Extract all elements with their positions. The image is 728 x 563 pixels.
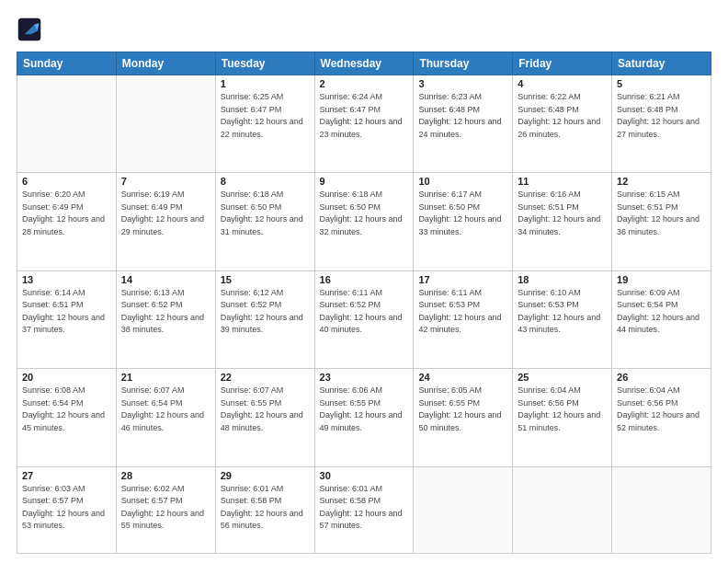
calendar-cell <box>17 75 117 173</box>
day-number: 10 <box>418 176 507 187</box>
calendar-cell: 24Sunrise: 6:05 AM Sunset: 6:55 PM Dayli… <box>414 369 513 466</box>
calendar-cell: 25Sunrise: 6:04 AM Sunset: 6:56 PM Dayli… <box>513 369 612 466</box>
calendar-cell: 3Sunrise: 6:23 AM Sunset: 6:48 PM Daylig… <box>414 75 513 173</box>
day-info: Sunrise: 6:04 AM Sunset: 6:56 PM Dayligh… <box>518 385 607 434</box>
week-row-5: 27Sunrise: 6:03 AM Sunset: 6:57 PM Dayli… <box>17 466 711 553</box>
calendar-cell: 9Sunrise: 6:18 AM Sunset: 6:50 PM Daylig… <box>314 173 414 270</box>
day-number: 17 <box>418 274 507 285</box>
day-info: Sunrise: 6:11 AM Sunset: 6:52 PM Dayligh… <box>320 287 409 337</box>
calendar-cell: 19Sunrise: 6:09 AM Sunset: 6:54 PM Dayli… <box>612 270 711 368</box>
day-number: 2 <box>320 78 409 89</box>
day-info: Sunrise: 6:12 AM Sunset: 6:52 PM Dayligh… <box>221 287 310 337</box>
day-number: 29 <box>221 470 310 481</box>
calendar-cell: 12Sunrise: 6:15 AM Sunset: 6:51 PM Dayli… <box>612 173 711 270</box>
calendar-cell: 4Sunrise: 6:22 AM Sunset: 6:48 PM Daylig… <box>513 75 612 173</box>
day-info: Sunrise: 6:14 AM Sunset: 6:51 PM Dayligh… <box>22 287 111 337</box>
day-number: 24 <box>418 372 507 383</box>
calendar-cell: 20Sunrise: 6:08 AM Sunset: 6:54 PM Dayli… <box>17 369 117 466</box>
day-number: 20 <box>22 372 111 383</box>
day-number: 12 <box>617 176 706 187</box>
day-number: 19 <box>617 274 706 285</box>
day-info: Sunrise: 6:01 AM Sunset: 6:58 PM Dayligh… <box>320 483 409 533</box>
calendar-cell: 23Sunrise: 6:06 AM Sunset: 6:55 PM Dayli… <box>314 369 414 466</box>
calendar-cell: 14Sunrise: 6:13 AM Sunset: 6:52 PM Dayli… <box>116 270 215 368</box>
weekday-header-thursday: Thursday <box>414 52 513 75</box>
calendar-cell: 29Sunrise: 6:01 AM Sunset: 6:58 PM Dayli… <box>215 466 314 553</box>
day-number: 27 <box>22 470 111 481</box>
day-info: Sunrise: 6:21 AM Sunset: 6:48 PM Dayligh… <box>617 91 706 141</box>
day-info: Sunrise: 6:03 AM Sunset: 6:57 PM Dayligh… <box>22 483 111 533</box>
calendar-cell: 30Sunrise: 6:01 AM Sunset: 6:58 PM Dayli… <box>314 466 414 553</box>
day-number: 13 <box>22 274 111 285</box>
calendar-cell: 28Sunrise: 6:02 AM Sunset: 6:57 PM Dayli… <box>116 466 215 553</box>
calendar-cell: 27Sunrise: 6:03 AM Sunset: 6:57 PM Dayli… <box>17 466 117 553</box>
week-row-2: 6Sunrise: 6:20 AM Sunset: 6:49 PM Daylig… <box>17 173 711 270</box>
day-number: 6 <box>22 176 111 187</box>
logo-icon <box>17 17 42 42</box>
day-number: 22 <box>221 372 310 383</box>
calendar-cell <box>116 75 215 173</box>
day-info: Sunrise: 6:08 AM Sunset: 6:54 PM Dayligh… <box>22 385 111 434</box>
calendar-cell: 11Sunrise: 6:16 AM Sunset: 6:51 PM Dayli… <box>513 173 612 270</box>
calendar-cell: 8Sunrise: 6:18 AM Sunset: 6:50 PM Daylig… <box>215 173 314 270</box>
day-info: Sunrise: 6:16 AM Sunset: 6:51 PM Dayligh… <box>518 189 607 238</box>
weekday-header-row: SundayMondayTuesdayWednesdayThursdayFrid… <box>17 52 711 75</box>
calendar-cell: 18Sunrise: 6:10 AM Sunset: 6:53 PM Dayli… <box>513 270 612 368</box>
logo <box>17 17 46 42</box>
day-info: Sunrise: 6:25 AM Sunset: 6:47 PM Dayligh… <box>221 91 310 141</box>
day-info: Sunrise: 6:07 AM Sunset: 6:55 PM Dayligh… <box>221 385 310 434</box>
weekday-header-saturday: Saturday <box>612 52 711 75</box>
day-info: Sunrise: 6:07 AM Sunset: 6:54 PM Dayligh… <box>121 385 210 434</box>
weekday-header-friday: Friday <box>513 52 612 75</box>
calendar-cell: 5Sunrise: 6:21 AM Sunset: 6:48 PM Daylig… <box>612 75 711 173</box>
calendar-cell: 22Sunrise: 6:07 AM Sunset: 6:55 PM Dayli… <box>215 369 314 466</box>
day-number: 18 <box>518 274 607 285</box>
day-number: 15 <box>221 274 310 285</box>
day-info: Sunrise: 6:24 AM Sunset: 6:47 PM Dayligh… <box>320 91 409 141</box>
day-info: Sunrise: 6:19 AM Sunset: 6:49 PM Dayligh… <box>121 189 210 238</box>
day-info: Sunrise: 6:18 AM Sunset: 6:50 PM Dayligh… <box>320 189 409 238</box>
calendar-cell: 17Sunrise: 6:11 AM Sunset: 6:53 PM Dayli… <box>414 270 513 368</box>
day-number: 11 <box>518 176 607 187</box>
day-info: Sunrise: 6:23 AM Sunset: 6:48 PM Dayligh… <box>418 91 507 141</box>
day-number: 21 <box>121 372 210 383</box>
calendar-cell: 1Sunrise: 6:25 AM Sunset: 6:47 PM Daylig… <box>215 75 314 173</box>
calendar-cell: 6Sunrise: 6:20 AM Sunset: 6:49 PM Daylig… <box>17 173 117 270</box>
day-info: Sunrise: 6:11 AM Sunset: 6:53 PM Dayligh… <box>418 287 507 337</box>
day-number: 26 <box>617 372 706 383</box>
weekday-header-tuesday: Tuesday <box>215 52 314 75</box>
day-number: 25 <box>518 372 607 383</box>
day-info: Sunrise: 6:10 AM Sunset: 6:53 PM Dayligh… <box>518 287 607 337</box>
week-row-3: 13Sunrise: 6:14 AM Sunset: 6:51 PM Dayli… <box>17 270 711 368</box>
calendar-cell: 10Sunrise: 6:17 AM Sunset: 6:50 PM Dayli… <box>414 173 513 270</box>
day-info: Sunrise: 6:13 AM Sunset: 6:52 PM Dayligh… <box>121 287 210 337</box>
calendar-cell <box>513 466 612 553</box>
day-info: Sunrise: 6:17 AM Sunset: 6:50 PM Dayligh… <box>418 189 507 238</box>
day-number: 9 <box>320 176 409 187</box>
day-number: 3 <box>418 78 507 89</box>
day-number: 28 <box>121 470 210 481</box>
calendar-cell: 15Sunrise: 6:12 AM Sunset: 6:52 PM Dayli… <box>215 270 314 368</box>
day-number: 8 <box>221 176 310 187</box>
calendar-cell <box>414 466 513 553</box>
day-info: Sunrise: 6:22 AM Sunset: 6:48 PM Dayligh… <box>518 91 607 141</box>
day-number: 5 <box>617 78 706 89</box>
week-row-4: 20Sunrise: 6:08 AM Sunset: 6:54 PM Dayli… <box>17 369 711 466</box>
day-number: 16 <box>320 274 409 285</box>
day-info: Sunrise: 6:09 AM Sunset: 6:54 PM Dayligh… <box>617 287 706 337</box>
header <box>17 17 711 42</box>
calendar-cell <box>612 466 711 553</box>
day-number: 14 <box>121 274 210 285</box>
calendar-cell: 7Sunrise: 6:19 AM Sunset: 6:49 PM Daylig… <box>116 173 215 270</box>
day-info: Sunrise: 6:15 AM Sunset: 6:51 PM Dayligh… <box>617 189 706 238</box>
day-info: Sunrise: 6:01 AM Sunset: 6:58 PM Dayligh… <box>221 483 310 533</box>
calendar-table: SundayMondayTuesdayWednesdayThursdayFrid… <box>17 52 711 554</box>
day-info: Sunrise: 6:06 AM Sunset: 6:55 PM Dayligh… <box>320 385 409 434</box>
day-number: 1 <box>221 78 310 89</box>
day-info: Sunrise: 6:18 AM Sunset: 6:50 PM Dayligh… <box>221 189 310 238</box>
calendar-cell: 13Sunrise: 6:14 AM Sunset: 6:51 PM Dayli… <box>17 270 117 368</box>
calendar-cell: 16Sunrise: 6:11 AM Sunset: 6:52 PM Dayli… <box>314 270 414 368</box>
day-number: 4 <box>518 78 607 89</box>
day-number: 23 <box>320 372 409 383</box>
weekday-header-monday: Monday <box>116 52 215 75</box>
